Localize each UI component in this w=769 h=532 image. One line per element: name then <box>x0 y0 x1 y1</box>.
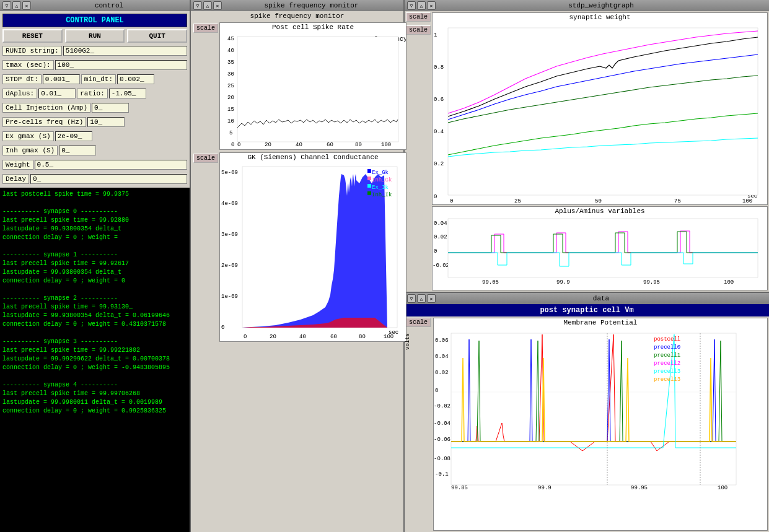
ex-gmax-row: Ex gmax (S) <box>2 130 187 142</box>
svg-text:99.05: 99.05 <box>482 279 499 286</box>
inh-gmax-label: Inh gmax (S) <box>2 146 58 155</box>
delay-input[interactable] <box>30 174 187 184</box>
console-line: ---------- synapse 0 ---------- <box>2 207 187 216</box>
svg-text:2e-09: 2e-09 <box>221 263 238 269</box>
daplus-label: dAplus: <box>2 89 37 98</box>
control-titlebar-left-buttons: ▽ △ ✕ <box>2 1 31 10</box>
svg-text:99.95: 99.95 <box>631 485 648 491</box>
stdp-close-btn[interactable]: ✕ <box>427 1 436 10</box>
svg-text:0: 0 <box>435 388 438 394</box>
data-maximize-btn[interactable]: △ <box>417 294 426 303</box>
spike-scale-btn-1[interactable]: scale <box>193 24 218 33</box>
stdp-scale-btn-2[interactable]: scale <box>406 25 431 35</box>
console-line <box>2 372 187 381</box>
stdp-scale-btn-1[interactable]: scale <box>406 12 431 22</box>
stdp-minimize-btn[interactable]: ▽ <box>407 1 416 10</box>
svg-text:sec: sec <box>389 329 398 336</box>
stdp-row: STDP dt: min_dt: <box>2 73 187 85</box>
spike-close-btn[interactable]: ✕ <box>213 1 222 10</box>
svg-rect-41 <box>367 191 371 195</box>
console-line: connection delay = 0 ; weight = 0 <box>2 277 187 286</box>
svg-text:-0.04: -0.04 <box>434 421 450 427</box>
svg-text:5: 5 <box>229 130 232 136</box>
svg-text:Inh_Ik: Inh_Ik <box>372 192 392 198</box>
stdp-titlebar-buttons: ▽ △ ✕ <box>407 1 436 10</box>
reset-button[interactable]: RESET <box>2 29 63 43</box>
stdp-dt-input[interactable] <box>43 74 80 84</box>
quit-button[interactable]: QUIT <box>127 29 187 43</box>
aplus-aminus-title: Aplus/Aminus variables <box>433 207 767 216</box>
cell-inj-row: Cell Injection (Amp) <box>2 102 187 114</box>
spike-scale-btn-2[interactable]: scale <box>193 154 218 163</box>
console-line: lastupdate = 99.93800354 delta_t <box>2 225 187 233</box>
svg-text:20: 20 <box>227 95 234 101</box>
data-inner-title: post synaptic cell Vm <box>405 304 769 316</box>
console-line: lastupdate = 99.99299622 delta_t = 0.007… <box>2 355 187 364</box>
min-dt-input[interactable] <box>117 74 154 84</box>
stdp-window-title: stdp_weightgraph <box>436 2 767 9</box>
svg-text:0.04: 0.04 <box>434 220 447 227</box>
stdp-scale-column: scale scale <box>405 11 432 292</box>
console-line: connection delay = 0 ; weight = <box>2 233 187 242</box>
stdp-weight-window: ▽ △ ✕ stdp_weightgraph scale scale synap… <box>405 0 769 293</box>
membrane-chart-wrapper: scale volts Membrane Potential 0.06 0.04… <box>405 316 769 532</box>
svg-text:20: 20 <box>270 334 276 340</box>
precells-row: Pre-cells freq (Hz) <box>2 116 187 128</box>
console-line <box>2 329 187 338</box>
ratio-input[interactable] <box>109 89 146 98</box>
data-close-btn[interactable]: ✕ <box>427 294 436 303</box>
svg-text:precell1: precell1 <box>654 352 680 359</box>
svg-text:0.04: 0.04 <box>435 354 449 360</box>
console-line: last precell spike time = 99.92617 <box>2 259 187 268</box>
svg-text:30: 30 <box>227 71 234 77</box>
tmax-input[interactable] <box>55 60 187 70</box>
console-line: ---------- synapse 4 ---------- <box>2 381 187 390</box>
data-window-title: data <box>436 295 767 302</box>
svg-text:4e-09: 4e-09 <box>221 201 238 207</box>
daplus-input[interactable] <box>38 89 76 98</box>
chart1-wrapper: scale Post cell Spike Rate 0 5 10 15 20 … <box>192 22 402 150</box>
control-close-btn[interactable]: ✕ <box>22 1 31 10</box>
svg-text:Inh_Gk: Inh_Gk <box>372 177 392 183</box>
svg-text:0: 0 <box>244 334 247 340</box>
spike-maximize-btn[interactable]: △ <box>203 1 212 10</box>
data-titlebar: ▽ △ ✕ data <box>405 293 769 304</box>
control-maximize-btn[interactable]: △ <box>12 1 21 10</box>
svg-text:0: 0 <box>221 325 224 331</box>
runid-input[interactable] <box>63 46 187 56</box>
run-button[interactable]: RUN <box>65 29 125 43</box>
data-minimize-btn[interactable]: ▽ <box>407 294 416 303</box>
svg-text:0.02: 0.02 <box>435 370 449 376</box>
ex-gmax-input[interactable] <box>55 131 92 141</box>
svg-text:80: 80 <box>359 334 366 340</box>
svg-text:0: 0 <box>434 248 437 255</box>
console-line: last precell spike time = 99.99706268 <box>2 390 187 398</box>
svg-text:10: 10 <box>227 118 234 124</box>
min-dt-label: min_dt: <box>81 74 116 84</box>
svg-text:-0.02: -0.02 <box>434 403 450 409</box>
console-line <box>2 286 187 294</box>
svg-text:5e-09: 5e-09 <box>221 170 238 176</box>
spike-minimize-btn[interactable]: ▽ <box>193 1 202 10</box>
weight-input[interactable] <box>35 160 187 170</box>
svg-text:25: 25 <box>227 83 234 89</box>
svg-text:99.95: 99.95 <box>643 279 660 286</box>
stdp-charts-area: scale scale synaptic weight 0 0.2 0.4 0.… <box>405 11 769 292</box>
svg-text:60: 60 <box>327 142 333 148</box>
control-minimize-btn[interactable]: ▽ <box>2 1 11 10</box>
spike-inner-title: spike frequency monitor <box>191 11 403 21</box>
console-line <box>2 242 187 251</box>
svg-rect-40 <box>367 184 371 188</box>
stdp-maximize-btn[interactable]: △ <box>417 1 426 10</box>
svg-text:60: 60 <box>330 334 337 340</box>
console-line: lastupdate = 99.9980011 delta_t = 0.0019… <box>2 398 187 407</box>
synaptic-weight-chart: synaptic weight 0 0.2 0.4 0.6 0.8 1 0 25… <box>432 12 768 205</box>
precells-input[interactable] <box>87 117 125 127</box>
inh-gmax-input[interactable] <box>59 146 96 155</box>
svg-text:-0.06: -0.06 <box>434 437 450 443</box>
membrane-scale-btn[interactable]: scale <box>406 318 431 327</box>
svg-text:-0.1: -0.1 <box>435 471 449 477</box>
chart2-wrapper: scale GK (Siemens) Channel Conductance 0… <box>192 152 402 342</box>
cell-inj-input[interactable] <box>92 103 129 113</box>
membrane-potential-svg: 0.06 0.04 0.02 0 -0.02 -0.04 -0.06 -0.08… <box>434 327 750 513</box>
